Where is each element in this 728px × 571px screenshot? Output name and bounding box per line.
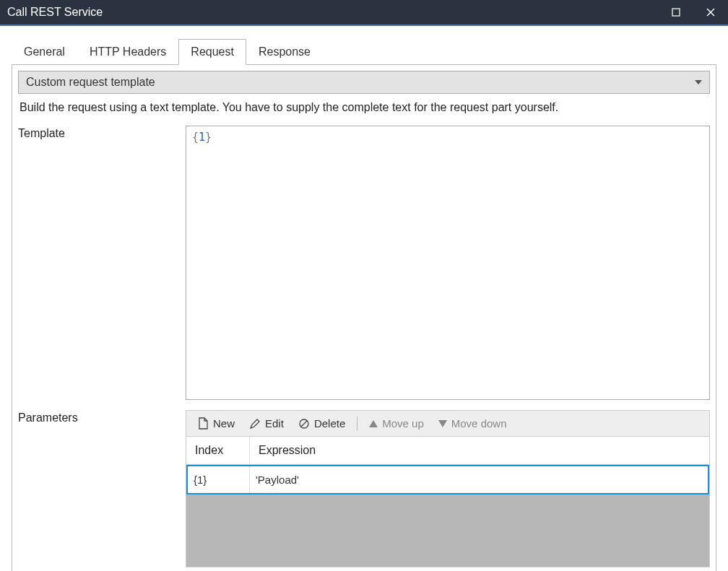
parameters-table: Index Expression {1} 'Payload' xyxy=(186,437,710,567)
parameters-label: Parameters xyxy=(18,410,186,567)
titlebar: Call REST Service xyxy=(0,0,728,26)
move-down-label: Move down xyxy=(451,417,507,430)
titlebar-buttons xyxy=(659,0,728,25)
toolbar-separator xyxy=(357,417,358,431)
request-type-dropdown[interactable]: Custom request template xyxy=(18,71,710,94)
table-header: Index Expression xyxy=(186,437,709,465)
cell-index: {1} xyxy=(188,466,250,493)
maximize-button[interactable] xyxy=(659,0,693,25)
dropdown-value: Custom request template xyxy=(26,76,155,89)
parameters-row: Parameters New Edit Delete Move xyxy=(18,410,710,567)
tab-content: Custom request template Build the reques… xyxy=(12,64,716,571)
window-title: Call REST Service xyxy=(7,6,103,19)
delete-label: Delete xyxy=(314,417,345,430)
svg-rect-0 xyxy=(672,9,680,16)
table-empty-area xyxy=(186,494,709,567)
close-icon xyxy=(706,7,716,17)
parameters-area: New Edit Delete Move up Move down xyxy=(186,410,710,567)
tab-request[interactable]: Request xyxy=(178,39,246,65)
prohibit-icon xyxy=(298,418,310,430)
tab-response[interactable]: Response xyxy=(246,39,323,65)
header-expression[interactable]: Expression xyxy=(250,437,709,464)
delete-button[interactable]: Delete xyxy=(292,415,351,432)
tab-general[interactable]: General xyxy=(12,39,77,65)
new-label: New xyxy=(213,417,235,430)
tab-bar: General HTTP Headers Request Response xyxy=(12,39,728,65)
move-down-button[interactable]: Move down xyxy=(433,415,513,432)
edit-button[interactable]: Edit xyxy=(243,415,290,432)
maximize-icon xyxy=(672,8,680,17)
triangle-down-icon xyxy=(438,420,447,427)
new-button[interactable]: New xyxy=(192,415,240,432)
move-up-button[interactable]: Move up xyxy=(363,415,430,432)
template-row: Template {1} xyxy=(18,126,710,400)
chevron-down-icon xyxy=(695,80,702,84)
svg-line-5 xyxy=(301,421,307,427)
close-button[interactable] xyxy=(693,0,728,25)
template-token: 1 xyxy=(199,131,205,144)
table-row[interactable]: {1} 'Payload' xyxy=(186,465,709,494)
parameters-toolbar: New Edit Delete Move up Move down xyxy=(186,410,710,437)
help-text: Build the request using a text template.… xyxy=(18,94,710,126)
move-up-label: Move up xyxy=(382,417,424,430)
pencil-icon xyxy=(249,418,261,430)
file-icon xyxy=(198,417,209,430)
svg-marker-7 xyxy=(438,420,447,427)
svg-marker-3 xyxy=(695,80,702,84)
triangle-up-icon xyxy=(369,420,378,427)
svg-marker-6 xyxy=(369,420,378,427)
header-index[interactable]: Index xyxy=(186,437,250,464)
tab-http-headers[interactable]: HTTP Headers xyxy=(77,39,178,65)
template-label: Template xyxy=(18,126,186,400)
template-input[interactable]: {1} xyxy=(186,126,710,400)
cell-expression: 'Payload' xyxy=(250,466,708,493)
edit-label: Edit xyxy=(265,417,284,430)
